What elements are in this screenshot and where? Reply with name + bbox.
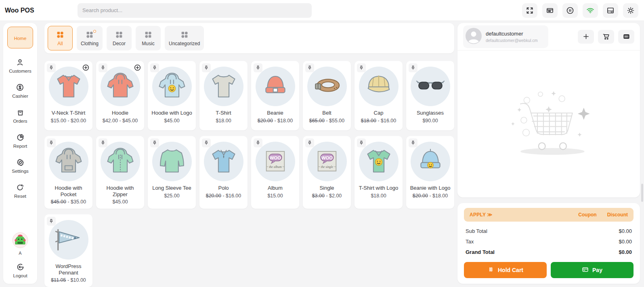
product-image	[101, 142, 140, 181]
product-card[interactable]: WOO~ the single ~Single$3.00 - $2.00	[303, 136, 351, 209]
product-card[interactable]: WordPress Pennant$11.05 - $10.00	[44, 214, 92, 287]
plus-button[interactable]	[578, 30, 594, 44]
product-image: WOO~ the album ~	[256, 142, 295, 181]
register-button[interactable]	[542, 3, 558, 18]
pin-icon[interactable]	[47, 63, 56, 72]
pin-icon[interactable]	[150, 138, 159, 147]
total-row-tax: Tax$0.00	[464, 237, 634, 246]
sidebar-item-reset[interactable]: Reset	[14, 183, 26, 199]
pin-icon[interactable]	[254, 63, 262, 72]
category-tab-decor[interactable]: Decor	[107, 26, 132, 50]
product-card[interactable]: Hoodie with Zipper$45.00	[96, 136, 144, 209]
apply-button[interactable]: APPLY ≫	[470, 212, 493, 218]
product-price: $11.05 - $10.00	[46, 277, 91, 283]
register-icon	[546, 6, 554, 15]
category-tab-music[interactable]: Music	[136, 26, 161, 50]
user-avatar[interactable]: A	[12, 232, 28, 256]
product-card[interactable]: Beanie$20.00 - $18.00	[251, 61, 299, 130]
product-card[interactable]: T-Shirt with Logo$18.00	[355, 136, 403, 209]
cart-button[interactable]	[598, 30, 614, 44]
quick-add-icon[interactable]	[82, 64, 90, 71]
product-card[interactable]: Sunglasses$90.00	[406, 61, 454, 130]
sidebar-item-customers[interactable]: Customers	[9, 58, 31, 73]
pie-chart-icon	[16, 133, 25, 142]
product-card[interactable]: Long Sleeve Tee$25.00	[148, 136, 196, 209]
search-input[interactable]	[82, 7, 307, 13]
refresh-icon	[16, 183, 24, 192]
pin-icon[interactable]	[99, 138, 107, 147]
logout-label: Logout	[13, 273, 27, 278]
header-toolbar	[522, 3, 638, 18]
logout-icon	[16, 263, 25, 271]
category-badge	[93, 30, 96, 33]
brightness-button[interactable]	[623, 3, 638, 18]
coupon-bar: APPLY ≫ Coupon Discount	[464, 208, 634, 222]
product-card[interactable]: T-Shirt$18.00	[199, 61, 248, 130]
pin-icon[interactable]	[47, 217, 56, 226]
product-image	[152, 67, 192, 106]
category-tab-all[interactable]: All	[48, 26, 73, 50]
product-card[interactable]: Hoodie with Logo$45.00	[148, 61, 196, 130]
wifi-button[interactable]	[583, 3, 598, 18]
pin-icon[interactable]	[305, 63, 314, 72]
pin-icon[interactable]	[305, 138, 314, 147]
plus-icon	[582, 33, 590, 40]
pin-icon[interactable]	[202, 138, 211, 147]
pin-icon[interactable]	[99, 63, 107, 72]
product-card[interactable]: Beanie with Logo$20.00 - $18.00	[406, 136, 454, 209]
scrollbar-thumb[interactable]	[641, 184, 643, 202]
hold-cart-button[interactable]: Hold Cart	[464, 262, 547, 278]
product-card[interactable]: V-Neck T-Shirt$15.00 - $20.00	[44, 61, 92, 130]
pin-icon[interactable]	[150, 63, 159, 72]
svg-text:~ the album ~: ~ the album ~	[266, 165, 284, 169]
product-price: $90.00	[408, 118, 453, 124]
sidebar-item-label: Cashier	[12, 94, 28, 98]
totals: Sub Total$0.00Tax$0.00Grand Total$0.00	[464, 226, 634, 258]
product-card[interactable]: Hoodie$42.00 - $45.00	[96, 61, 144, 130]
product-card[interactable]: Polo$20.00 - $16.00	[199, 136, 248, 209]
product-card[interactable]: Hoodie with Pocket$45.00 - $35.00	[44, 136, 92, 209]
pin-icon[interactable]	[202, 63, 211, 72]
category-grid-icon	[144, 30, 153, 39]
summary-card: APPLY ≫ Coupon Discount Sub Total$0.00Ta…	[457, 203, 640, 284]
product-name: Sunglasses	[408, 110, 453, 116]
cash-drawer-button[interactable]	[603, 3, 618, 18]
chevrons-icon: ≫	[487, 212, 493, 218]
sidebar-item-settings[interactable]: Settings	[12, 158, 29, 174]
category-grid-icon	[85, 30, 94, 39]
customer-selector[interactable]: defaultcustomer defaultcustomer@webkul.c…	[463, 25, 548, 48]
category-tab-clothing[interactable]: Clothing	[77, 26, 103, 50]
product-price: $18.00 - $16.00	[356, 118, 401, 124]
product-name: Long Sleeve Tee	[149, 185, 194, 191]
fullscreen-button[interactable]	[522, 3, 537, 18]
pin-icon[interactable]	[254, 138, 262, 147]
product-card[interactable]: Cap$18.00 - $16.00	[355, 61, 403, 130]
sidebar-item-home[interactable]: Home	[7, 27, 33, 48]
sidebar-item-label: Orders	[13, 119, 27, 124]
top-bar: Woo POS	[0, 0, 644, 21]
pin-icon[interactable]	[409, 138, 417, 147]
pin-icon[interactable]	[409, 63, 417, 72]
search-bar[interactable]	[78, 3, 312, 18]
product-card[interactable]: Belt$65.00 - $55.00	[303, 61, 351, 130]
barcode-button[interactable]	[618, 30, 634, 44]
pin-icon[interactable]	[47, 138, 56, 147]
pause-circle-button[interactable]	[562, 3, 578, 18]
quick-add-icon[interactable]	[134, 64, 141, 71]
product-card[interactable]: WOO~ the album ~Album$15.00	[251, 136, 299, 209]
coupon-button[interactable]: Coupon	[578, 212, 596, 218]
pin-icon[interactable]	[357, 63, 366, 72]
product-grid: V-Neck T-Shirt$15.00 - $20.00Hoodie$42.0…	[44, 61, 454, 287]
logout-button[interactable]: Logout	[13, 263, 27, 278]
pay-button[interactable]: Pay	[551, 262, 634, 278]
sidebar-item-report[interactable]: Report	[13, 133, 27, 149]
discount-button[interactable]: Discount	[607, 212, 628, 218]
category-tab-uncategorized[interactable]: Uncategorized	[165, 26, 204, 50]
product-price: $20.00 - $16.00	[201, 193, 246, 199]
pin-icon[interactable]	[357, 138, 366, 147]
sidebar-item-orders[interactable]: Orders	[13, 108, 27, 124]
product-name: Hoodie with Pocket	[46, 185, 91, 197]
cash-drawer-icon	[606, 6, 615, 15]
product-name: WordPress Pennant	[46, 263, 91, 276]
sidebar-item-cashier[interactable]: Cashier	[12, 83, 28, 98]
